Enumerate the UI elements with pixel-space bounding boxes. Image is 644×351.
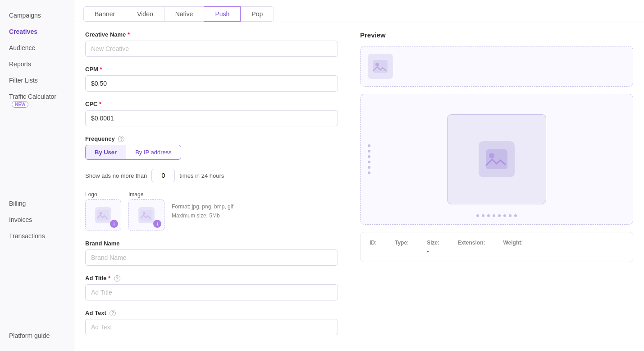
preview-area: Preview [349, 22, 644, 351]
info-extension-label: Extension: [457, 240, 485, 246]
image-icon2 [139, 208, 154, 222]
logo-upload[interactable]: + [85, 199, 121, 231]
cpm-group: CPM * [85, 66, 338, 92]
ad-text-label: Ad Text ? [85, 309, 338, 316]
logo-group: Logo + [85, 191, 121, 231]
sidebar-item-filter-lists[interactable]: Filter Lists [0, 72, 74, 88]
logo-upload-icon [95, 207, 111, 223]
sidebar: Campaigns Creatives Audience Reports Fil… [0, 0, 74, 351]
ad-title-info-icon: ? [114, 275, 120, 282]
preview-dots-vertical [368, 144, 370, 174]
image-icon [96, 208, 110, 222]
info-extension-col: Extension: [457, 240, 485, 248]
frequency-toggle: By User By IP address [85, 145, 338, 160]
frequency-info-icon: ? [118, 136, 124, 142]
tab-native[interactable]: Native [164, 6, 205, 22]
preview-large-box [360, 94, 633, 225]
svg-rect-0 [97, 210, 110, 221]
cpm-label: CPM * [85, 66, 338, 73]
show-ads-input[interactable] [151, 169, 175, 182]
show-ads-prefix: Show ads no more than [85, 172, 147, 179]
frequency-group: Frequency ? By User By IP address [85, 135, 338, 160]
new-badge: NEW [12, 101, 28, 108]
info-size-label: Size: [427, 240, 439, 246]
tabs-bar: Banner Video Native Push Pop [74, 0, 644, 22]
preview-image-placeholder [447, 114, 546, 204]
image-upload-icon [138, 207, 155, 223]
media-size: Maximum size: 5Mb [172, 211, 233, 220]
svg-point-7 [489, 153, 494, 158]
image-add-icon[interactable]: + [153, 220, 161, 228]
info-id-label: ID: [370, 240, 377, 246]
tab-video[interactable]: Video [126, 6, 164, 22]
svg-rect-2 [141, 210, 153, 221]
media-info: Format: jpg, png, bmp, gif Maximum size:… [172, 202, 233, 221]
image-group: Image + [128, 191, 164, 231]
ad-title-group: Ad Title * ? [85, 275, 338, 300]
sidebar-item-traffic-calculator[interactable]: Traffic Calculator NEW [0, 88, 74, 112]
sidebar-item-campaigns[interactable]: Campaigns [0, 7, 74, 23]
cpc-label: CPC * [85, 101, 338, 107]
frequency-label: Frequency ? [85, 135, 338, 142]
cpc-group: CPC * [85, 101, 338, 126]
logo-label: Logo [85, 191, 121, 198]
main-content: Banner Video Native Push Pop Creative Na… [74, 0, 644, 351]
tab-push[interactable]: Push [204, 6, 241, 22]
preview-img-icon [479, 141, 515, 177]
media-row: Logo + [85, 191, 338, 231]
tab-pop[interactable]: Pop [240, 6, 274, 22]
sidebar-platform-guide[interactable]: Platform guide [0, 328, 74, 344]
sidebar-item-audience[interactable]: Audience [0, 40, 74, 56]
info-id-col: ID: [370, 240, 377, 248]
cpc-input[interactable] [85, 110, 338, 126]
brand-name-label: Brand Name [85, 240, 338, 247]
ad-text-info-icon: ? [110, 310, 116, 316]
info-type-label: Type: [395, 240, 409, 246]
ad-title-label: Ad Title * ? [85, 275, 338, 282]
image-label: Image [128, 191, 164, 198]
creative-name-input[interactable] [85, 41, 338, 57]
preview-dots-horizontal [476, 214, 517, 217]
sidebar-item-invoices[interactable]: Invoices [0, 212, 74, 228]
freq-by-user-btn[interactable]: By User [85, 145, 126, 160]
media-group: Logo + [85, 191, 338, 231]
info-table: ID: Type: Size: - Extension: [360, 232, 633, 262]
form-area: Creative Name * CPM * CPC * [74, 22, 349, 351]
brand-name-group: Brand Name [85, 240, 338, 266]
media-format: Format: jpg, png, bmp, gif [172, 202, 233, 211]
cpm-input[interactable] [85, 75, 338, 92]
sidebar-item-creatives[interactable]: Creatives [0, 23, 74, 40]
sidebar-item-transactions[interactable]: Transactions [0, 228, 74, 244]
sidebar-item-reports[interactable]: Reports [0, 56, 74, 72]
preview-image-svg [372, 58, 388, 74]
svg-rect-4 [373, 60, 388, 73]
image-upload[interactable]: + [128, 199, 164, 231]
tab-banner[interactable]: Banner [83, 6, 126, 22]
preview-small-icon [368, 54, 393, 79]
show-ads-suffix: times in 24 hours [179, 172, 224, 179]
show-ads-group: Show ads no more than times in 24 hours [85, 169, 338, 182]
info-size-col: Size: - [427, 240, 439, 254]
info-weight-col: Weight: [503, 240, 523, 248]
brand-name-input[interactable] [85, 249, 338, 266]
svg-rect-6 [486, 149, 507, 169]
svg-point-5 [375, 63, 379, 66]
sidebar-item-billing[interactable]: Billing [0, 195, 74, 212]
show-ads-row: Show ads no more than times in 24 hours [85, 169, 338, 182]
svg-point-1 [100, 212, 102, 214]
logo-add-icon[interactable]: + [110, 220, 118, 228]
creative-name-group: Creative Name * [85, 31, 338, 57]
ad-text-group: Ad Text ? [85, 309, 338, 335]
freq-by-ip-btn[interactable]: By IP address [126, 145, 181, 160]
info-size-value: - [427, 248, 439, 254]
creative-name-label: Creative Name * [85, 31, 338, 38]
preview-large-svg [484, 147, 509, 172]
content-split: Creative Name * CPM * CPC * [74, 22, 644, 351]
ad-title-input[interactable] [85, 284, 338, 300]
preview-title: Preview [360, 31, 633, 39]
info-row: ID: Type: Size: - Extension: [370, 240, 624, 254]
preview-small-box [360, 46, 633, 87]
ad-text-input[interactable] [85, 319, 338, 335]
info-type-col: Type: [395, 240, 409, 248]
svg-point-3 [143, 212, 145, 214]
